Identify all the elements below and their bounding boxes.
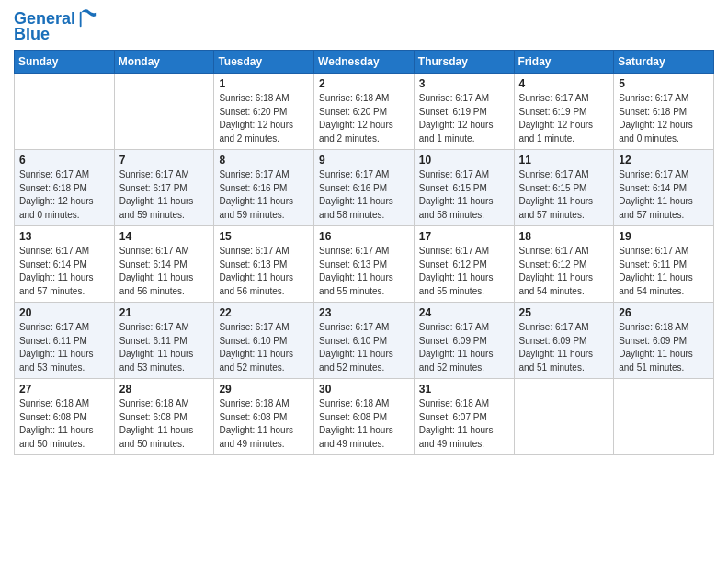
day-info: Sunrise: 6:17 AMSunset: 6:15 PMDaylight:… bbox=[419, 168, 509, 222]
day-info: Sunrise: 6:17 AMSunset: 6:13 PMDaylight:… bbox=[319, 245, 409, 298]
day-cell: 26Sunrise: 6:18 AMSunset: 6:09 PMDayligh… bbox=[614, 303, 714, 379]
day-info: Sunrise: 6:17 AMSunset: 6:12 PMDaylight:… bbox=[519, 245, 609, 298]
weekday-header-thursday: Thursday bbox=[414, 51, 514, 74]
day-number: 13 bbox=[19, 230, 109, 243]
day-number: 19 bbox=[619, 230, 709, 243]
day-info: Sunrise: 6:17 AMSunset: 6:13 PMDaylight:… bbox=[219, 245, 309, 298]
day-cell: 8Sunrise: 6:17 AMSunset: 6:16 PMDaylight… bbox=[214, 150, 314, 226]
day-number: 22 bbox=[219, 306, 309, 319]
day-cell: 30Sunrise: 6:18 AMSunset: 6:08 PMDayligh… bbox=[314, 379, 415, 455]
day-info: Sunrise: 6:17 AMSunset: 6:11 PMDaylight:… bbox=[119, 321, 210, 374]
day-info: Sunrise: 6:17 AMSunset: 6:14 PMDaylight:… bbox=[619, 168, 709, 222]
day-number: 10 bbox=[419, 154, 509, 167]
day-number: 17 bbox=[419, 230, 509, 243]
day-cell: 27Sunrise: 6:18 AMSunset: 6:08 PMDayligh… bbox=[15, 379, 115, 455]
day-number: 29 bbox=[219, 383, 309, 396]
week-row-4: 20Sunrise: 6:17 AMSunset: 6:11 PMDayligh… bbox=[15, 303, 714, 379]
day-info: Sunrise: 6:17 AMSunset: 6:14 PMDaylight:… bbox=[19, 245, 109, 298]
weekday-header-saturday: Saturday bbox=[614, 51, 714, 74]
day-info: Sunrise: 6:17 AMSunset: 6:18 PMDaylight:… bbox=[619, 92, 709, 145]
calendar-table: SundayMondayTuesdayWednesdayThursdayFrid… bbox=[14, 50, 714, 455]
day-number: 1 bbox=[219, 77, 309, 90]
day-cell bbox=[114, 74, 214, 150]
day-number: 23 bbox=[319, 306, 409, 319]
day-number: 6 bbox=[19, 154, 109, 167]
day-info: Sunrise: 6:18 AMSunset: 6:20 PMDaylight:… bbox=[219, 92, 309, 145]
day-info: Sunrise: 6:18 AMSunset: 6:09 PMDaylight:… bbox=[619, 321, 709, 374]
day-number: 20 bbox=[19, 306, 109, 319]
day-cell: 3Sunrise: 6:17 AMSunset: 6:19 PMDaylight… bbox=[414, 74, 514, 150]
week-row-2: 6Sunrise: 6:17 AMSunset: 6:18 PMDaylight… bbox=[15, 150, 714, 226]
week-row-3: 13Sunrise: 6:17 AMSunset: 6:14 PMDayligh… bbox=[15, 226, 714, 303]
day-info: Sunrise: 6:17 AMSunset: 6:17 PMDaylight:… bbox=[119, 168, 210, 222]
day-number: 21 bbox=[119, 306, 210, 319]
day-info: Sunrise: 6:17 AMSunset: 6:18 PMDaylight:… bbox=[19, 168, 109, 222]
day-number: 18 bbox=[519, 230, 609, 243]
day-cell: 20Sunrise: 6:17 AMSunset: 6:11 PMDayligh… bbox=[15, 303, 115, 379]
week-row-5: 27Sunrise: 6:18 AMSunset: 6:08 PMDayligh… bbox=[15, 379, 714, 455]
day-cell: 9Sunrise: 6:17 AMSunset: 6:16 PMDaylight… bbox=[314, 150, 415, 226]
day-cell bbox=[614, 379, 714, 455]
day-cell: 14Sunrise: 6:17 AMSunset: 6:14 PMDayligh… bbox=[114, 226, 214, 303]
day-cell: 2Sunrise: 6:18 AMSunset: 6:20 PMDaylight… bbox=[314, 74, 415, 150]
day-info: Sunrise: 6:17 AMSunset: 6:11 PMDaylight:… bbox=[619, 245, 709, 298]
day-cell: 13Sunrise: 6:17 AMSunset: 6:14 PMDayligh… bbox=[15, 226, 115, 303]
day-cell bbox=[15, 74, 115, 150]
day-number: 8 bbox=[219, 154, 309, 167]
day-cell bbox=[514, 379, 614, 455]
day-number: 28 bbox=[119, 383, 210, 396]
day-cell: 10Sunrise: 6:17 AMSunset: 6:15 PMDayligh… bbox=[414, 150, 514, 226]
day-info: Sunrise: 6:18 AMSunset: 6:08 PMDaylight:… bbox=[119, 397, 210, 451]
day-number: 26 bbox=[619, 306, 709, 319]
day-cell: 22Sunrise: 6:17 AMSunset: 6:10 PMDayligh… bbox=[214, 303, 314, 379]
day-info: Sunrise: 6:17 AMSunset: 6:14 PMDaylight:… bbox=[119, 245, 210, 298]
day-cell: 19Sunrise: 6:17 AMSunset: 6:11 PMDayligh… bbox=[614, 226, 714, 303]
day-number: 27 bbox=[19, 383, 109, 396]
day-info: Sunrise: 6:17 AMSunset: 6:19 PMDaylight:… bbox=[519, 92, 609, 145]
day-cell: 16Sunrise: 6:17 AMSunset: 6:13 PMDayligh… bbox=[314, 226, 415, 303]
day-number: 12 bbox=[619, 154, 709, 167]
day-number: 4 bbox=[519, 77, 609, 90]
day-cell: 11Sunrise: 6:17 AMSunset: 6:15 PMDayligh… bbox=[514, 150, 614, 226]
day-cell: 5Sunrise: 6:17 AMSunset: 6:18 PMDaylight… bbox=[614, 74, 714, 150]
weekday-header-row: SundayMondayTuesdayWednesdayThursdayFrid… bbox=[15, 51, 714, 74]
weekday-header-monday: Monday bbox=[114, 51, 214, 74]
day-info: Sunrise: 6:17 AMSunset: 6:16 PMDaylight:… bbox=[219, 168, 309, 222]
day-number: 3 bbox=[419, 77, 509, 90]
day-number: 15 bbox=[219, 230, 309, 243]
weekday-header-tuesday: Tuesday bbox=[214, 51, 314, 74]
day-info: Sunrise: 6:17 AMSunset: 6:09 PMDaylight:… bbox=[519, 321, 609, 374]
day-cell: 7Sunrise: 6:17 AMSunset: 6:17 PMDaylight… bbox=[114, 150, 214, 226]
day-info: Sunrise: 6:18 AMSunset: 6:08 PMDaylight:… bbox=[319, 397, 409, 451]
day-number: 11 bbox=[519, 154, 609, 167]
day-info: Sunrise: 6:17 AMSunset: 6:19 PMDaylight:… bbox=[419, 92, 509, 145]
day-cell: 23Sunrise: 6:17 AMSunset: 6:10 PMDayligh… bbox=[314, 303, 415, 379]
day-info: Sunrise: 6:17 AMSunset: 6:15 PMDaylight:… bbox=[519, 168, 609, 222]
day-info: Sunrise: 6:17 AMSunset: 6:12 PMDaylight:… bbox=[419, 245, 509, 298]
weekday-header-friday: Friday bbox=[514, 51, 614, 74]
day-info: Sunrise: 6:17 AMSunset: 6:09 PMDaylight:… bbox=[419, 321, 509, 374]
day-cell: 21Sunrise: 6:17 AMSunset: 6:11 PMDayligh… bbox=[114, 303, 214, 379]
day-cell: 31Sunrise: 6:18 AMSunset: 6:07 PMDayligh… bbox=[414, 379, 514, 455]
day-number: 31 bbox=[419, 383, 509, 396]
day-number: 5 bbox=[619, 77, 709, 90]
day-cell: 17Sunrise: 6:17 AMSunset: 6:12 PMDayligh… bbox=[414, 226, 514, 303]
day-number: 14 bbox=[119, 230, 210, 243]
day-number: 24 bbox=[419, 306, 509, 319]
day-info: Sunrise: 6:17 AMSunset: 6:16 PMDaylight:… bbox=[319, 168, 409, 222]
day-cell: 28Sunrise: 6:18 AMSunset: 6:08 PMDayligh… bbox=[114, 379, 214, 455]
weekday-header-sunday: Sunday bbox=[15, 51, 115, 74]
weekday-header-wednesday: Wednesday bbox=[314, 51, 415, 74]
logo: General Blue bbox=[14, 9, 97, 42]
day-cell: 1Sunrise: 6:18 AMSunset: 6:20 PMDaylight… bbox=[214, 74, 314, 150]
day-cell: 12Sunrise: 6:17 AMSunset: 6:14 PMDayligh… bbox=[614, 150, 714, 226]
day-info: Sunrise: 6:18 AMSunset: 6:08 PMDaylight:… bbox=[219, 397, 309, 451]
day-cell: 24Sunrise: 6:17 AMSunset: 6:09 PMDayligh… bbox=[414, 303, 514, 379]
day-number: 9 bbox=[319, 154, 409, 167]
day-info: Sunrise: 6:18 AMSunset: 6:08 PMDaylight:… bbox=[19, 397, 109, 451]
week-row-1: 1Sunrise: 6:18 AMSunset: 6:20 PMDaylight… bbox=[15, 74, 714, 150]
day-info: Sunrise: 6:17 AMSunset: 6:10 PMDaylight:… bbox=[219, 321, 309, 374]
day-info: Sunrise: 6:17 AMSunset: 6:10 PMDaylight:… bbox=[319, 321, 409, 374]
day-info: Sunrise: 6:18 AMSunset: 6:20 PMDaylight:… bbox=[319, 92, 409, 145]
day-cell: 18Sunrise: 6:17 AMSunset: 6:12 PMDayligh… bbox=[514, 226, 614, 303]
